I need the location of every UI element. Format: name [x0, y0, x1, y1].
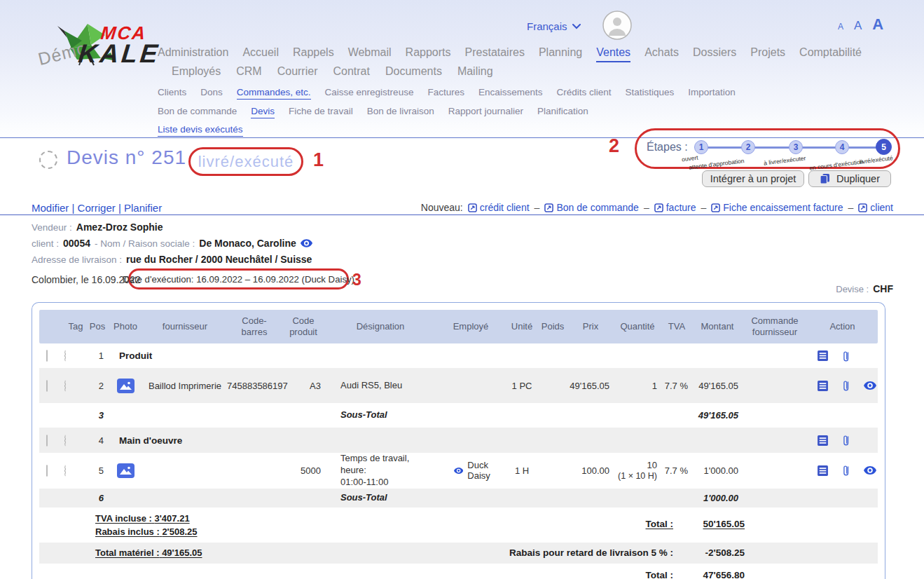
font-size-large-button[interactable]: A — [872, 15, 883, 34]
nav-rapports[interactable]: Rapports — [406, 46, 451, 62]
subnav-devis[interactable]: Devis — [251, 106, 275, 118]
row-checkbox[interactable] — [46, 350, 48, 362]
devise-value: CHF — [873, 283, 893, 294]
col-unite: Unité — [506, 321, 538, 332]
font-size-small-button[interactable]: A — [838, 22, 843, 32]
col-action: Action — [807, 321, 878, 332]
row-designation: Temps de travail, heure: 01:00-11:00 — [325, 453, 436, 489]
totals-included-block: TVA incluse : 3'407.21 Rabais inclus : 2… — [95, 513, 197, 540]
new-fiche-encaissement-link[interactable]: Fiche encaissement facture — [711, 202, 843, 213]
note-icon[interactable] — [817, 350, 829, 362]
nav-comptabilite[interactable]: Comptabilité — [799, 46, 862, 62]
nav-crm[interactable]: CRM — [236, 65, 261, 80]
row-code-produit: A3 — [282, 381, 325, 391]
subnav-commandes[interactable]: Commandes, etc. — [237, 87, 311, 100]
note-icon[interactable] — [817, 435, 829, 447]
page-title: Devis n° 251 — [67, 147, 186, 169]
step-3-label: à livrer/exécuter — [764, 154, 806, 166]
eye-icon[interactable] — [454, 467, 463, 475]
row-employe: Duck Daisy — [436, 460, 506, 481]
subnav-fiche-de-travail[interactable]: Fiche de travail — [289, 106, 353, 118]
photo-thumbnail-icon[interactable] — [117, 463, 135, 478]
step-5-dot[interactable]: 5 — [876, 139, 892, 155]
row-designation: Audi RS5, Bleu — [325, 380, 436, 392]
nav-webmail[interactable]: Webmail — [348, 46, 392, 62]
paperclip-icon[interactable] — [842, 434, 850, 447]
subnav-encaissements[interactable]: Encaissements — [478, 87, 543, 100]
subnav-bon-de-livraison[interactable]: Bon de livraison — [367, 106, 434, 118]
nav-ventes[interactable]: Ventes — [596, 46, 630, 62]
font-size-medium-button[interactable]: A — [854, 19, 862, 33]
eye-icon[interactable] — [864, 381, 876, 390]
view-client-eye-icon[interactable] — [301, 239, 312, 247]
note-icon[interactable] — [817, 380, 829, 392]
row-tva: 7.7 % — [661, 381, 692, 391]
integrate-project-button[interactable]: Intégrer à un projet — [702, 170, 804, 187]
nav-accueil[interactable]: Accueil — [242, 46, 279, 62]
nav-planning[interactable]: Planning — [539, 46, 582, 62]
user-avatar[interactable] — [602, 11, 632, 43]
nav-rappels[interactable]: Rappels — [293, 46, 334, 62]
new-bon-de-commande-link[interactable]: Bon de commande — [544, 202, 639, 213]
subnav-bon-de-commande[interactable]: Bon de commande — [158, 106, 237, 118]
nav-documents[interactable]: Documents — [385, 65, 442, 80]
new-facture-link[interactable]: facture — [654, 202, 696, 213]
row-checkbox[interactable] — [46, 380, 48, 392]
step-2-dot[interactable]: 2 — [741, 140, 755, 154]
nav-mailing[interactable]: Mailing — [457, 65, 493, 80]
paperclip-icon[interactable] — [842, 350, 850, 362]
subnav-importation[interactable]: Importation — [688, 87, 736, 100]
paperclip-icon[interactable] — [842, 464, 850, 477]
nav-courrier[interactable]: Courrier — [277, 65, 318, 80]
duplicate-button[interactable]: Dupliquer — [808, 170, 891, 187]
row-tag-circle[interactable] — [64, 435, 66, 447]
row-tag-circle[interactable] — [64, 380, 66, 392]
step-4-dot[interactable]: 4 — [835, 140, 849, 154]
eye-icon[interactable] — [864, 466, 876, 475]
row-checkbox[interactable] — [46, 435, 48, 447]
nav-achats[interactable]: Achats — [644, 46, 679, 62]
rabais-inclus-value: 2'508.25 — [162, 526, 197, 537]
note-icon[interactable] — [817, 465, 829, 477]
subnav-planification[interactable]: Planification — [537, 106, 588, 118]
paperclip-icon[interactable] — [842, 379, 850, 392]
execution-date: Date d'exécution: 16.09.2022 – 16.09.202… — [123, 274, 354, 285]
total1-value: 50'165.05 — [703, 519, 745, 529]
subnav-statistiques[interactable]: Statistiques — [626, 87, 675, 100]
subnav-clients[interactable]: Clients — [158, 87, 186, 100]
step-5-label: livré/exécuté — [860, 154, 894, 165]
total2-label: Total : — [646, 570, 674, 579]
row-tag-circle[interactable] — [64, 350, 66, 362]
subnav-liste-devis-executes[interactable]: Liste devis exécutés — [158, 124, 243, 137]
subnav-factures[interactable]: Factures — [427, 87, 464, 100]
logo-kale-text: KALE — [77, 39, 162, 69]
row-pos: 3 — [87, 410, 108, 421]
subnav-rapport-journalier[interactable]: Rapport journalier — [448, 106, 523, 118]
step-3-dot[interactable]: 3 — [789, 140, 803, 154]
document-action-links[interactable]: Modifier | Corriger | Planifier — [32, 202, 162, 214]
app-logo[interactable]: Démo MCA KALE — [36, 15, 205, 73]
nav-dossiers[interactable]: Dossiers — [693, 46, 736, 62]
nav-administration[interactable]: Administration — [158, 46, 228, 62]
subnav-caisse[interactable]: Caisse enregistreuse — [325, 87, 414, 100]
nav-employes[interactable]: Employés — [172, 65, 221, 80]
subnav-dons[interactable]: Dons — [200, 87, 223, 100]
step-1-dot[interactable]: 1 — [694, 140, 708, 154]
nav-projets[interactable]: Projets — [750, 46, 785, 62]
devise-line: Devise : CHF — [836, 283, 893, 294]
subnav-credits-client[interactable]: Crédits client — [556, 87, 611, 100]
nav-contrat[interactable]: Contrat — [333, 65, 369, 80]
new-client-link[interactable]: client — [858, 202, 893, 213]
client-mid-label: - Nom / Raison sociale : — [95, 238, 195, 249]
photo-thumbnail-icon[interactable] — [117, 379, 135, 393]
row-pos: 2 — [87, 381, 108, 391]
duplicate-label: Dupliquer — [836, 173, 880, 184]
adresse-value: rue du Rocher / 2000 Neuchâtel / Suisse — [126, 254, 312, 265]
row-tag-circle[interactable] — [64, 465, 66, 477]
language-selector[interactable]: Français — [527, 20, 581, 32]
new-client-label: client — [870, 202, 893, 213]
nav-prestataires[interactable]: Prestataires — [465, 46, 525, 62]
separator: – — [644, 202, 649, 213]
new-credit-client-link[interactable]: crédit client — [468, 202, 530, 213]
row-checkbox[interactable] — [46, 465, 48, 477]
